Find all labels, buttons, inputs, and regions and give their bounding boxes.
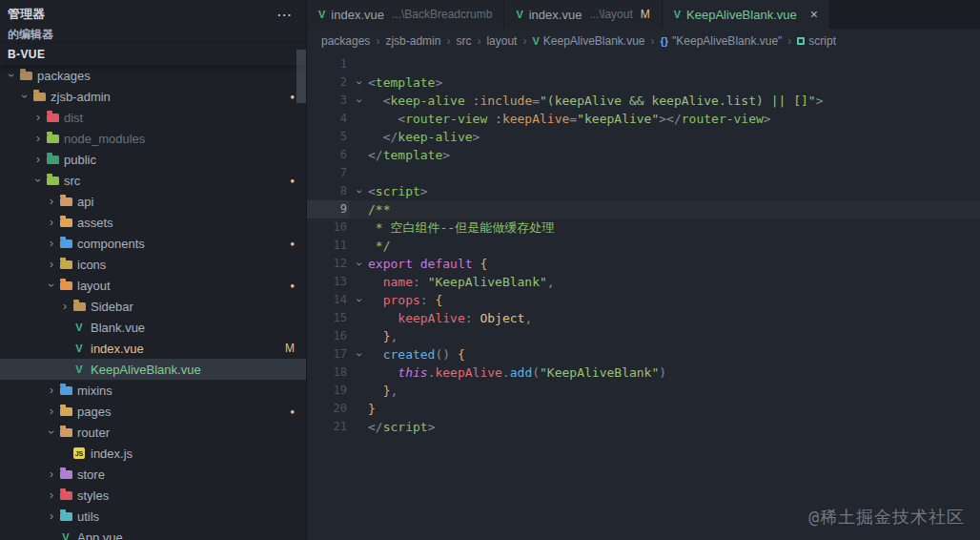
code-text: </template> (368, 146, 450, 164)
breadcrumb-item[interactable]: packages (321, 34, 370, 48)
tree-item-styles[interactable]: ›styles (0, 485, 306, 506)
fold-chevron-icon[interactable]: › (349, 291, 368, 309)
tree-item-label: public (64, 153, 96, 167)
open-editors-section[interactable]: 的编辑器 (0, 25, 306, 44)
code-line-3[interactable]: 3› <keep-alive :include="(keepAlive && k… (307, 92, 980, 110)
folder-icon (57, 275, 74, 296)
tree-item-label: node_modules (64, 132, 145, 146)
tree-item-utils[interactable]: ›utils (0, 506, 306, 527)
breadcrumb-item[interactable]: layout (486, 34, 517, 48)
tree-item-src[interactable]: ›src● (0, 170, 306, 191)
code-line-19[interactable]: 19 }, (307, 382, 980, 400)
breadcrumb-item[interactable]: zjsb-admin (385, 34, 440, 48)
chevron-down-icon: › (18, 91, 31, 102)
breadcrumb-item[interactable]: src (456, 34, 471, 48)
folder-icon (57, 485, 74, 506)
more-actions-icon[interactable]: ⋯ (276, 6, 293, 24)
code-text: this.keepAlive.add("KeepAliveBlank") (368, 363, 666, 382)
line-number: 21 (307, 418, 349, 436)
tree-item-assets[interactable]: ›assets (0, 212, 306, 233)
code-line-6[interactable]: 6</template> (307, 146, 980, 164)
tree-item-icons[interactable]: ›icons (0, 254, 306, 275)
editor[interactable]: 12›<template>3› <keep-alive :include="(k… (307, 53, 980, 540)
tree-item-packages[interactable]: ›packages (0, 65, 306, 86)
code-line-14[interactable]: 14› props: { (307, 291, 980, 309)
file-tree: ›packages›zjsb-admin●›dist›node_modules›… (0, 65, 306, 540)
code-text: keepAlive: Object, (368, 309, 532, 327)
tree-item-index.js[interactable]: JSindex.js (0, 443, 306, 464)
tree-item-router[interactable]: ›router (0, 422, 306, 443)
line-number: 17 (307, 345, 349, 363)
code-line-17[interactable]: 17› created() { (307, 345, 980, 363)
code-text: <script> (368, 182, 428, 200)
tree-item-label: assets (77, 216, 113, 230)
tree-item-label: components (77, 237, 145, 251)
code-line-5[interactable]: 5 </keep-alive> (307, 128, 980, 146)
code-text: }, (368, 382, 398, 400)
line-number: 11 (307, 237, 349, 255)
close-icon[interactable]: × (810, 7, 818, 22)
chevron-right-icon: › (46, 467, 57, 481)
code-line-15[interactable]: 15 keepAlive: Object, (307, 309, 980, 327)
tree-item-api[interactable]: ›api (0, 191, 306, 212)
vue-icon: V (71, 338, 88, 359)
tree-item-dist[interactable]: ›dist (0, 107, 306, 128)
code-text: /** (368, 200, 390, 218)
code-line-18[interactable]: 18 this.keepAlive.add("KeepAliveBlank") (307, 363, 980, 382)
workspace-section-header[interactable]: B-VUE (0, 44, 306, 65)
sidebar-scrollbar[interactable] (296, 50, 306, 103)
breadcrumb-item[interactable]: {}"KeepAliveBlank.vue" (661, 34, 783, 48)
tree-item-Blank.vue[interactable]: VBlank.vue (0, 317, 306, 338)
folder-shape (60, 491, 72, 500)
code-line-2[interactable]: 2›<template> (307, 73, 980, 92)
fold-chevron-icon[interactable]: › (349, 182, 368, 200)
folder-icon (57, 422, 74, 443)
tree-item-KeepAliveBlank.vue[interactable]: VKeepAliveBlank.vue (0, 359, 306, 380)
folder-shape (60, 512, 72, 521)
tab-bar: Vindex.vue...\BackBreadcrumbVindex.vue..… (307, 0, 980, 29)
tab-index.vue[interactable]: Vindex.vue...\BackBreadcrumb (307, 0, 504, 29)
code-line-7[interactable]: 7 (307, 164, 980, 182)
tree-item-pages[interactable]: ›pages● (0, 401, 306, 422)
tree-item-Sidebar[interactable]: ›Sidebar (0, 296, 306, 317)
folder-shape (60, 281, 72, 290)
code-line-9[interactable]: 9/** (307, 200, 980, 218)
tree-item-label: styles (77, 488, 109, 503)
code-line-21[interactable]: 21</script> (307, 418, 980, 436)
fold-chevron-icon[interactable]: › (349, 73, 368, 92)
tree-item-mixins[interactable]: ›mixins (0, 380, 306, 401)
code-line-11[interactable]: 11 */ (307, 237, 980, 255)
code-line-4[interactable]: 4 <router-view :keepAlive="keepAlive"></… (307, 110, 980, 128)
chevron-right-icon: › (59, 300, 71, 313)
tree-item-label: router (77, 426, 110, 440)
tree-item-store[interactable]: ›store (0, 464, 306, 485)
tab-description: ...\BackBreadcrumb (392, 8, 492, 21)
line-number: 20 (307, 400, 349, 418)
code-line-8[interactable]: 8›<script> (307, 182, 980, 200)
tab-index.vue[interactable]: Vindex.vue...\layoutM (504, 0, 662, 29)
code-line-13[interactable]: 13 name: "KeepAliveBlank", (307, 273, 980, 291)
tree-item-layout[interactable]: ›layout● (0, 275, 306, 296)
code-line-10[interactable]: 10 * 空白组件--但是能做缓存处理 (307, 218, 980, 237)
tree-item-zjsb-admin[interactable]: ›zjsb-admin● (0, 86, 306, 107)
breadcrumb-separator-icon: › (651, 34, 655, 48)
fold-chevron-icon[interactable]: › (349, 345, 368, 363)
breadcrumb-label: src (456, 34, 471, 48)
breadcrumb-item[interactable]: VKeepAliveBlank.vue (532, 34, 644, 48)
tree-item-public[interactable]: ›public (0, 149, 306, 170)
tree-item-index.vue[interactable]: Vindex.vueM (0, 338, 306, 359)
fold-chevron-icon[interactable]: › (349, 255, 368, 273)
tab-KeepAliveBlank.vue[interactable]: VKeepAliveBlank.vue× (663, 0, 830, 29)
code-line-12[interactable]: 12›export default { (307, 255, 980, 273)
tree-item-App.vue[interactable]: VApp.vue (0, 527, 306, 540)
code-text: }, (368, 327, 398, 345)
breadcrumb-item[interactable]: script (797, 34, 836, 48)
fold-chevron-icon[interactable]: › (349, 92, 368, 110)
code-line-1[interactable]: 1 (307, 55, 980, 73)
tree-item-components[interactable]: ›components● (0, 233, 306, 254)
chevron-down-icon: › (45, 280, 58, 291)
chevron-right-icon: › (46, 216, 57, 229)
tree-item-node_modules[interactable]: ›node_modules (0, 128, 306, 149)
code-line-16[interactable]: 16 }, (307, 327, 980, 345)
code-line-20[interactable]: 20} (307, 400, 980, 418)
